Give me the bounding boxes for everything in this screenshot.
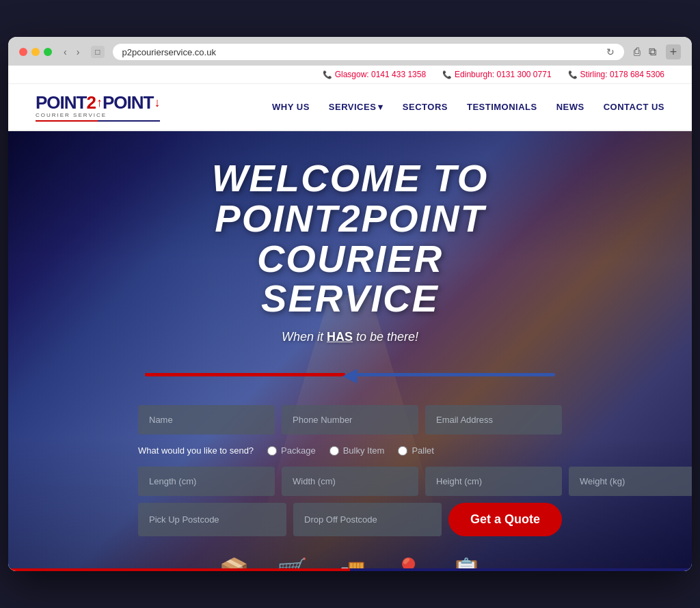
hero-title-line4: SERVICE [212,279,489,319]
back-button[interactable]: ‹ [60,45,70,59]
traffic-lights [19,48,52,56]
logo-point2: P [103,92,113,113]
url-text: p2pcourierservice.co.uk [122,47,216,57]
arrow-line-blue [355,373,555,376]
hero-content: WELCOME TO POINT2POINT COURIER SERVICE W… [8,131,692,543]
stirling-number[interactable]: Stirling: 0178 684 5306 [580,70,664,79]
postcode-row: Get a Quote [138,503,562,536]
service-icons-row: 📦 🛒 🚚 📍 📋 [8,543,692,568]
nav-testimonials[interactable]: TESTIMONIALS [467,102,537,112]
height-input[interactable] [425,467,562,496]
browser-window: ‹ › □ p2pcourierservice.co.uk ↻ ⎙ ⧉ + 📞 … [8,37,692,571]
hero-title-line2: POINT2POINT [212,199,489,239]
radio-bulky-label[interactable]: Bulky Item [329,445,385,456]
phone-icon-glasgow: 📞 [323,70,332,79]
hero-subtitle: When it HAS to be there! [282,330,418,344]
van-icon: 🚚 [335,557,366,568]
stirling-contact: 📞 Stirling: 0178 684 5306 [568,70,664,79]
logo-oint2: OINT [113,92,153,113]
get-quote-button[interactable]: Get a Quote [448,503,562,536]
forward-button[interactable]: › [73,45,83,59]
arrow-head-icon: ◀ [342,363,358,386]
nav-contact-us[interactable]: CONTACT US [604,102,664,112]
radio-package[interactable] [267,446,277,456]
phone-input[interactable] [282,405,418,434]
main-header: P OINT 2 ↑ P OINT ↓ COURIER SERVICE WHY … [8,84,692,131]
browser-titlebar: ‹ › □ p2pcourierservice.co.uk ↻ ⎙ ⧉ + [8,37,692,66]
hero-title-line3: COURIER [212,239,489,279]
nav-why-us[interactable]: WHY US [272,102,310,112]
logo[interactable]: P OINT 2 ↑ P OINT ↓ COURIER SERVICE [36,92,160,122]
reload-icon[interactable]: ↻ [606,46,615,57]
arrow-graphic: ◀ [145,363,555,386]
logo-text: P OINT 2 ↑ P OINT ↓ [36,92,160,113]
email-input[interactable] [425,405,562,434]
radio-pallet[interactable] [398,446,407,456]
tab-grid-button[interactable]: □ [91,46,104,58]
clipboard-icon: 📋 [451,557,482,568]
glasgow-contact: 📞 Glasgow: 0141 433 1358 [323,70,426,79]
send-type-row: What would you like to send? Package Bul… [138,441,562,460]
phone-icon-edinburgh: 📞 [442,70,452,79]
trolley-icon: 🛒 [277,557,308,568]
name-input[interactable] [138,405,275,434]
hero-title: WELCOME TO POINT2POINT COURIER SERVICE [212,158,489,319]
radio-package-label[interactable]: Package [267,445,316,456]
share-button[interactable]: ⎙ [632,44,642,59]
hero-title-line1: WELCOME TO [212,158,489,199]
contact-fields-row [138,405,562,434]
logo-oint1: OINT [46,92,86,113]
services-dropdown-icon: ▾ [378,102,383,112]
browser-action-buttons: ⎙ ⧉ [632,44,658,59]
pickup-postcode-input[interactable] [138,503,286,536]
edinburgh-number[interactable]: Edinburgh: 0131 300 0771 [455,70,551,79]
duplicate-button[interactable]: ⧉ [647,44,658,59]
logo-subtitle: COURIER SERVICE [36,112,107,118]
weight-input[interactable] [569,467,692,496]
minimize-button[interactable] [31,48,40,56]
logo-arrow-up: ↑ [96,96,102,110]
browser-nav-buttons: ‹ › [60,45,83,59]
close-button[interactable] [19,48,27,56]
box-icon: 📦 [219,557,250,568]
length-input[interactable] [138,467,275,496]
maximize-button[interactable] [44,48,52,56]
quote-form: What would you like to send? Package Bul… [138,405,562,543]
website-content: 📞 Glasgow: 0141 433 1358 📞 Edinburgh: 01… [8,66,692,571]
send-type-label: What would you like to send? [138,445,254,456]
logo-point1: P [36,92,46,113]
dropoff-postcode-input[interactable] [293,503,442,536]
nav-news[interactable]: NEWS [556,102,584,112]
footer-line [8,568,692,571]
radio-pallet-label[interactable]: Pallet [398,445,434,456]
logo-underline [36,120,160,122]
glasgow-number[interactable]: Glasgow: 0141 433 1358 [335,70,426,79]
dimensions-row [138,467,562,496]
width-input[interactable] [282,467,418,496]
phone-icon-stirling: 📞 [568,70,578,79]
nav-services[interactable]: SERVICES ▾ [329,102,383,112]
radio-bulky[interactable] [329,446,339,456]
location-pin-icon: 📍 [393,557,424,568]
nav-sectors[interactable]: SECTORS [403,102,448,112]
logo-2: 2 [86,92,95,113]
new-tab-button[interactable]: + [666,44,681,59]
address-bar[interactable]: p2pcourierservice.co.uk ↻ [113,44,624,60]
main-navigation: WHY US SERVICES ▾ SECTORS TESTIMONIALS N… [272,102,664,112]
top-contact-bar: 📞 Glasgow: 0141 433 1358 📞 Edinburgh: 01… [8,66,692,84]
logo-arrow-down: ↓ [154,96,159,110]
hero-section: WELCOME TO POINT2POINT COURIER SERVICE W… [8,131,692,568]
edinburgh-contact: 📞 Edinburgh: 0131 300 0771 [442,70,551,79]
arrow-line-red [145,373,345,376]
